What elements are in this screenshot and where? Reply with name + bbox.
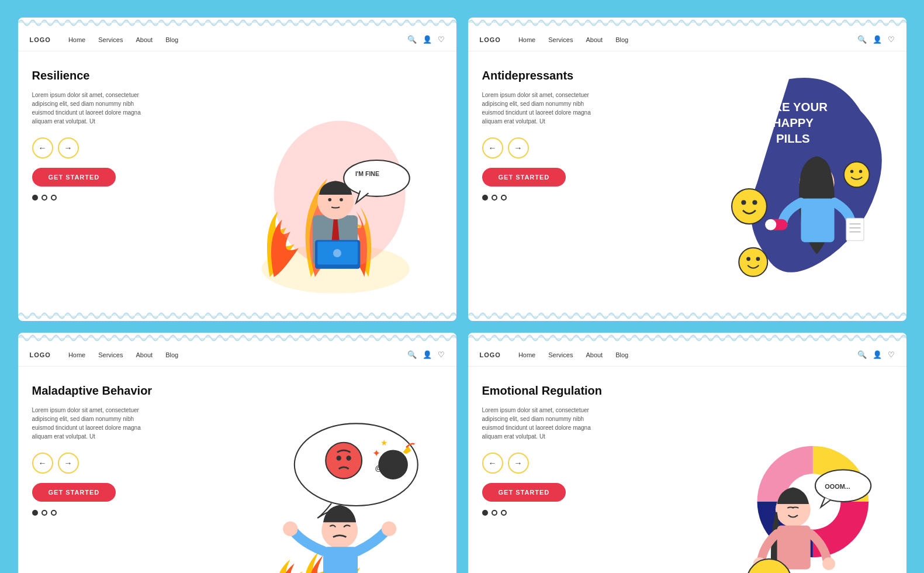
- svg-point-35: [336, 456, 341, 461]
- emotional-svg: OOOM...: [646, 378, 892, 573]
- svg-point-24: [850, 170, 853, 172]
- user-icon-4[interactable]: 👤: [873, 350, 882, 359]
- svg-point-5: [328, 198, 331, 202]
- nav-services-2[interactable]: Services: [548, 36, 573, 43]
- dots-2: [482, 195, 646, 201]
- arrow-buttons-4: ← →: [482, 453, 646, 474]
- cta-btn-3[interactable]: GET STARTED: [32, 483, 116, 502]
- svg-point-22: [752, 200, 757, 205]
- svg-point-28: [756, 257, 760, 261]
- svg-text:I'M FINE: I'M FINE: [355, 170, 379, 177]
- search-icon-2[interactable]: 🔍: [857, 35, 867, 44]
- logo-resilience: LOGO: [30, 36, 51, 43]
- nav-icons-2: 🔍 👤 ♡: [857, 35, 895, 44]
- illustration-antidepressants: TAKE YOUR HAPPY PILLS: [646, 63, 892, 302]
- dot-4-2: [492, 510, 497, 516]
- prev-btn-2[interactable]: ←: [482, 137, 503, 158]
- dot-3-2: [41, 510, 47, 516]
- nav-about-2[interactable]: About: [586, 36, 603, 43]
- nav-maladaptive: LOGO Home Services About Blog 🔍 👤 ♡: [18, 343, 456, 367]
- svg-rect-19: [765, 219, 776, 230]
- next-btn-3[interactable]: →: [58, 453, 79, 474]
- maladaptive-svg: ✦ ★ @@!!!: [196, 378, 442, 573]
- title-emotional: Emotional Regulation: [482, 384, 646, 398]
- user-icon-2[interactable]: 👤: [873, 35, 882, 44]
- svg-text:PILLS: PILLS: [776, 132, 809, 145]
- svg-point-6: [340, 198, 343, 202]
- svg-point-21: [741, 200, 746, 205]
- cta-btn-4[interactable]: GET STARTED: [482, 483, 566, 502]
- nav-home-2[interactable]: Home: [518, 36, 535, 43]
- svg-point-9: [333, 249, 341, 257]
- cta-btn-1[interactable]: GET STARTED: [32, 168, 116, 187]
- svg-point-20: [732, 189, 767, 224]
- user-icon-3[interactable]: 👤: [423, 350, 432, 359]
- dot-4-3: [501, 510, 507, 516]
- heart-icon-3[interactable]: ♡: [438, 350, 445, 359]
- card-resilience: LOGO Home Services About Blog 🔍 👤 ♡ Resi…: [18, 18, 456, 321]
- dot-2-2: [492, 195, 497, 201]
- nav-home-1[interactable]: Home: [68, 36, 85, 43]
- prev-btn-1[interactable]: ←: [32, 137, 53, 158]
- dots-1: [32, 195, 196, 201]
- next-btn-1[interactable]: →: [58, 137, 79, 158]
- svg-point-50: [822, 558, 835, 571]
- screenshot-grid: LOGO Home Services About Blog 🔍 👤 ♡ Resi…: [18, 18, 906, 573]
- svg-point-10: [344, 160, 410, 196]
- body-emotional: Lorem ipsum dolor sit amet, consectetuer…: [482, 406, 599, 441]
- next-btn-2[interactable]: →: [508, 137, 529, 158]
- nav-links-2: Home Services About Blog: [518, 36, 857, 43]
- title-maladaptive: Maladaptive Behavior: [32, 384, 196, 398]
- svg-text:✦: ✦: [372, 448, 380, 459]
- svg-point-26: [739, 248, 767, 277]
- nav-home-4[interactable]: Home: [518, 351, 535, 358]
- nav-emotional: LOGO Home Services About Blog 🔍 👤 ♡: [468, 343, 906, 367]
- illustration-maladaptive: ✦ ★ @@!!!: [196, 378, 442, 573]
- nav-blog-2[interactable]: Blog: [615, 36, 628, 43]
- resilience-svg: I'M FINE: [196, 63, 442, 302]
- nav-services-1[interactable]: Services: [98, 36, 123, 43]
- nav-about-3[interactable]: About: [136, 351, 153, 358]
- svg-rect-16: [801, 198, 834, 242]
- heart-icon-2[interactable]: ♡: [888, 35, 895, 44]
- logo-emotional: LOGO: [480, 351, 501, 358]
- heart-icon-4[interactable]: ♡: [888, 350, 895, 359]
- title-antidepressants: Antidepressants: [482, 69, 646, 82]
- nav-about-4[interactable]: About: [586, 351, 603, 358]
- card-maladaptive: LOGO Home Services About Blog 🔍 👤 ♡ Mala…: [18, 333, 456, 573]
- nav-antidepressants: LOGO Home Services About Blog 🔍 👤 ♡: [468, 28, 906, 51]
- svg-text:★: ★: [380, 439, 388, 448]
- nav-resilience: LOGO Home Services About Blog 🔍 👤 ♡: [18, 28, 456, 51]
- search-icon-1[interactable]: 🔍: [407, 35, 417, 44]
- left-content-maladaptive: Maladaptive Behavior Lorem ipsum dolor s…: [32, 378, 196, 573]
- nav-services-3[interactable]: Services: [98, 351, 123, 358]
- user-icon-1[interactable]: 👤: [423, 35, 432, 44]
- dot-3-3: [51, 510, 57, 516]
- nav-blog-4[interactable]: Blog: [615, 351, 628, 358]
- nav-blog-1[interactable]: Blog: [165, 36, 178, 43]
- logo-maladaptive: LOGO: [30, 351, 51, 358]
- svg-text:HAPPY: HAPPY: [772, 116, 814, 129]
- cta-btn-2[interactable]: GET STARTED: [482, 168, 566, 187]
- dot-1-2: [41, 195, 47, 201]
- svg-point-44: [283, 522, 297, 536]
- next-btn-4[interactable]: →: [508, 453, 529, 474]
- content-antidepressants: Antidepressants Lorem ipsum dolor sit am…: [468, 51, 906, 310]
- svg-rect-29: [846, 218, 864, 240]
- content-maladaptive: Maladaptive Behavior Lorem ipsum dolor s…: [18, 367, 456, 573]
- dots-4: [482, 510, 646, 516]
- nav-about-1[interactable]: About: [136, 36, 153, 43]
- svg-text:TAKE YOUR: TAKE YOUR: [758, 101, 828, 113]
- nav-home-3[interactable]: Home: [68, 351, 85, 358]
- heart-icon-1[interactable]: ♡: [438, 35, 445, 44]
- dot-2-3: [501, 195, 507, 201]
- content-resilience: Resilience Lorem ipsum dolor sit amet, c…: [18, 51, 456, 310]
- search-icon-3[interactable]: 🔍: [407, 350, 417, 359]
- antidepressants-svg: TAKE YOUR HAPPY PILLS: [646, 63, 892, 302]
- nav-services-4[interactable]: Services: [548, 351, 573, 358]
- logo-antidepressants: LOGO: [480, 36, 501, 43]
- prev-btn-4[interactable]: ←: [482, 453, 503, 474]
- search-icon-4[interactable]: 🔍: [857, 350, 867, 359]
- nav-blog-3[interactable]: Blog: [165, 351, 178, 358]
- prev-btn-3[interactable]: ←: [32, 453, 53, 474]
